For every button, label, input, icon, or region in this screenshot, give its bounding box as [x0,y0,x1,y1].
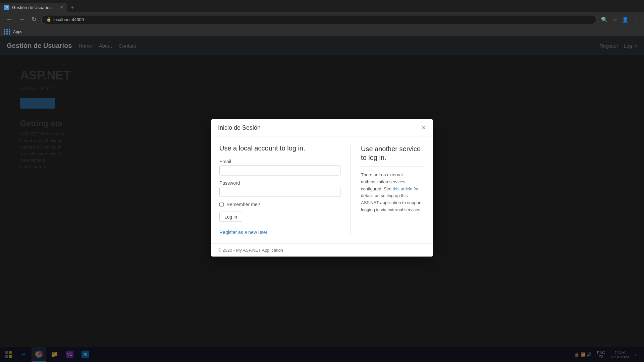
password-form-group: Password [219,180,340,197]
bookmarks-bar: Apps [0,27,644,36]
this-article-link[interactable]: this article [393,186,413,191]
right-divider [361,167,425,167]
remember-me-checkbox[interactable] [219,202,224,206]
browser-nav-bar: ← → ↻ 🔒 localhost:44309 🔍 ☆ 👤 ⋮ [0,12,644,27]
password-input[interactable] [219,187,340,197]
apps-label: Apps [13,29,22,34]
bookmark-icon[interactable]: ☆ [611,15,619,24]
external-login-title: Use another service to log in. [361,144,425,162]
email-label: Email [219,159,340,164]
login-button-wrapper: Log in [219,212,340,227]
modal-left-section: Use a local account to log in. Email Pas… [219,144,351,235]
modal-title: Inicio de Sesión [218,124,261,131]
modal-right-section: Use another service to log in. There are… [351,144,425,235]
reload-button[interactable]: ↻ [30,14,39,24]
register-link[interactable]: Register as a new user [219,230,267,235]
register-link-wrapper: Register as a new user [219,229,340,235]
address-bar[interactable]: 🔒 localhost:44309 [41,15,597,24]
tab-favicon: G [4,5,9,10]
password-label: Password [219,180,340,186]
remember-me-group: Remember me? [219,202,340,207]
back-button[interactable]: ← [4,15,14,24]
modal-close-button[interactable]: × [422,124,426,131]
menu-icon[interactable]: ⋮ [632,15,640,24]
remember-me-label: Remember me? [226,202,260,207]
forward-button[interactable]: → [17,15,27,24]
apps-button[interactable]: Apps [4,29,22,35]
browser-nav-icons: 🔍 ☆ 👤 ⋮ [600,15,640,24]
profile-icon[interactable]: 👤 [621,15,630,24]
tab-label: Gestión de Usuarios [12,5,52,10]
modal-body: Use a local account to log in. Email Pas… [211,136,433,243]
zoom-icon[interactable]: 🔍 [600,15,609,24]
email-input[interactable] [219,166,340,176]
browser-tab-active[interactable]: G Gestión de Usuarios × [0,3,67,12]
modal-footer: © 2020 - My ASP.NET Application [211,243,433,257]
login-modal: Inicio de Sesión × Use a local account t… [211,119,433,257]
email-form-group: Email [219,159,340,176]
modal-footer-text: © 2020 - My ASP.NET Application [218,248,283,253]
local-login-title: Use a local account to log in. [219,144,340,152]
modal-header: Inicio de Sesión × [211,119,433,136]
external-login-description: There are no external authentication ser… [361,172,425,214]
new-tab-button[interactable]: + [67,4,77,11]
address-text: localhost:44309 [53,17,84,22]
tab-close-button[interactable]: × [60,5,63,10]
browser-chrome: G Gestión de Usuarios × + ← → ↻ 🔒 localh… [0,0,644,36]
tab-bar: G Gestión de Usuarios × + [0,0,644,12]
login-button[interactable]: Log in [219,212,242,222]
lock-icon: 🔒 [46,17,51,22]
